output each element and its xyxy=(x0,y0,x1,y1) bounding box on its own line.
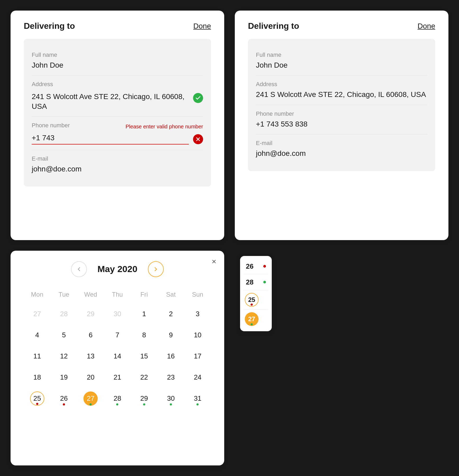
card1-email-field: E-mail john@doe.com xyxy=(32,150,203,179)
day-cell[interactable]: 22 xyxy=(131,367,157,388)
day-header-thu: Thu xyxy=(104,288,131,304)
calendar-grid: Mon Tue Wed Thu Fri Sat Sun 27 28 29 30 … xyxy=(24,288,211,409)
day-cell[interactable]: 6 xyxy=(77,325,104,346)
popup-day-25-circle: 25 xyxy=(245,293,259,307)
address-valid-icon xyxy=(193,93,203,103)
card1-phone-error: Please enter valid phone number xyxy=(125,124,203,130)
card2-phone-field: Phone number +1 743 553 838 xyxy=(256,105,427,134)
phone-error-icon xyxy=(193,134,203,144)
day-cell[interactable]: 17 xyxy=(184,346,211,367)
day-cell-29[interactable]: 29 xyxy=(131,388,157,409)
card1-fullname-field: Full name John Doe xyxy=(32,46,203,76)
popup-row-28[interactable]: 28 xyxy=(244,274,268,290)
card1-done-button[interactable]: Done xyxy=(193,22,211,30)
popup-row-26[interactable]: 26 xyxy=(244,259,268,274)
card1-phone-field: Phone number Please enter valid phone nu… xyxy=(32,117,203,150)
day-cell[interactable]: 10 xyxy=(184,325,211,346)
popup-dot-26 xyxy=(263,265,266,268)
card1-form: Full name John Doe Address 241 S Wolcott… xyxy=(24,39,211,186)
card1-fullname-label: Full name xyxy=(32,52,203,58)
card1-address-label: Address xyxy=(32,81,53,88)
day-cell[interactable]: 14 xyxy=(104,346,131,367)
day-cell[interactable]: 16 xyxy=(157,346,184,367)
card2-phone-value[interactable]: +1 743 553 838 xyxy=(256,119,427,129)
delivery-card-1: Delivering to Done Full name John Doe Ad… xyxy=(11,11,224,240)
card2-phone-label: Phone number xyxy=(256,110,427,117)
day-header-tue: Tue xyxy=(50,288,77,304)
popup-row-25[interactable]: 25 xyxy=(244,290,268,310)
day-cell[interactable]: 4 xyxy=(24,325,50,346)
day-header-sat: Sat xyxy=(157,288,184,304)
popup-day-28: 28 xyxy=(246,278,254,286)
card2-form: Full name John Doe Address 241 S Wolcott… xyxy=(248,39,435,171)
card2-email-label: E-mail xyxy=(256,140,427,147)
day-cell[interactable]: 28 xyxy=(50,304,77,325)
day-cell-31[interactable]: 31 xyxy=(184,388,211,409)
day-header-fri: Fri xyxy=(131,288,157,304)
card2-fullname-value[interactable]: John Doe xyxy=(256,60,427,70)
day-cell[interactable]: 24 xyxy=(184,367,211,388)
day-cell[interactable]: 29 xyxy=(77,304,104,325)
day-header-mon: Mon xyxy=(24,288,50,304)
day-cell[interactable]: 18 xyxy=(24,367,50,388)
calendar-card: × May 2020 Mon Tue Wed Thu Fri Sat Sun xyxy=(11,251,224,465)
day-cell[interactable]: 7 xyxy=(104,325,131,346)
day-cell[interactable]: 21 xyxy=(104,367,131,388)
card1-title: Delivering to xyxy=(24,21,75,31)
card1-email-value[interactable]: john@doe.com xyxy=(32,164,203,174)
bottom-right-area: 26 28 25 27 xyxy=(235,251,448,465)
calendar-month-title: May 2020 xyxy=(97,264,137,274)
card1-header: Delivering to Done xyxy=(24,21,211,31)
day-cell[interactable]: 19 xyxy=(50,367,77,388)
card1-address-value[interactable]: 241 S Wolcott Ave STE 22, Chicago, IL 60… xyxy=(32,92,189,111)
day-cell[interactable]: 8 xyxy=(131,325,157,346)
day-cell[interactable]: 2 xyxy=(157,304,184,325)
calendar-mini-popup: 26 28 25 27 xyxy=(240,256,272,331)
card2-address-value[interactable]: 241 S Wolcott Ave STE 22, Chicago, IL 60… xyxy=(256,90,427,99)
day-cell[interactable]: 30 xyxy=(104,304,131,325)
card2-email-field: E-mail john@doe.com xyxy=(256,134,427,164)
card1-email-label: E-mail xyxy=(32,155,203,162)
card2-email-value[interactable]: john@doe.com xyxy=(256,149,427,158)
day-cell[interactable]: 27 xyxy=(24,304,50,325)
day-header-wed: Wed xyxy=(77,288,104,304)
card2-title: Delivering to xyxy=(248,21,299,31)
day-cell[interactable]: 3 xyxy=(184,304,211,325)
day-cell-28[interactable]: 28 xyxy=(104,388,131,409)
card2-address-label: Address xyxy=(256,81,427,88)
day-cell[interactable]: 23 xyxy=(157,367,184,388)
card1-fullname-value[interactable]: John Doe xyxy=(32,60,203,70)
card1-phone-value[interactable]: +1 743 xyxy=(32,133,189,144)
day-cell-26[interactable]: 26 xyxy=(50,388,77,409)
day-header-sun: Sun xyxy=(184,288,211,304)
day-cell[interactable]: 11 xyxy=(24,346,50,367)
day-cell[interactable]: 20 xyxy=(77,367,104,388)
day-cell[interactable]: 5 xyxy=(50,325,77,346)
day-cell[interactable]: 12 xyxy=(50,346,77,367)
popup-day-26: 26 xyxy=(246,262,254,270)
card1-phone-label: Phone number xyxy=(32,122,70,129)
day-cell-25[interactable]: 25 xyxy=(24,388,50,409)
calendar-close-button[interactable]: × xyxy=(212,257,216,266)
delivery-card-2: Delivering to Done Full name John Doe Ad… xyxy=(235,11,448,240)
day-cell-30[interactable]: 30 xyxy=(157,388,184,409)
card2-fullname-field: Full name John Doe xyxy=(256,46,427,76)
day-cell[interactable]: 1 xyxy=(131,304,157,325)
card1-address-field: Address 241 S Wolcott Ave STE 22, Chicag… xyxy=(32,76,203,117)
calendar-nav: May 2020 xyxy=(24,261,211,277)
card2-fullname-label: Full name xyxy=(256,52,427,58)
popup-dot-28 xyxy=(263,281,266,283)
card2-done-button[interactable]: Done xyxy=(418,22,435,30)
day-cell[interactable]: 9 xyxy=(157,325,184,346)
card2-address-field: Address 241 S Wolcott Ave STE 22, Chicag… xyxy=(256,76,427,105)
day-cell[interactable]: 15 xyxy=(131,346,157,367)
calendar-prev-button[interactable] xyxy=(71,261,87,277)
popup-day-27-circle: 27 xyxy=(245,312,259,326)
day-cell-27[interactable]: 27 xyxy=(77,388,104,409)
day-cell[interactable]: 13 xyxy=(77,346,104,367)
popup-dot-27 xyxy=(251,323,253,325)
popup-row-27[interactable]: 27 xyxy=(244,310,268,329)
card2-header: Delivering to Done xyxy=(248,21,435,31)
calendar-next-button[interactable] xyxy=(148,261,164,277)
popup-dot-25 xyxy=(251,304,253,306)
